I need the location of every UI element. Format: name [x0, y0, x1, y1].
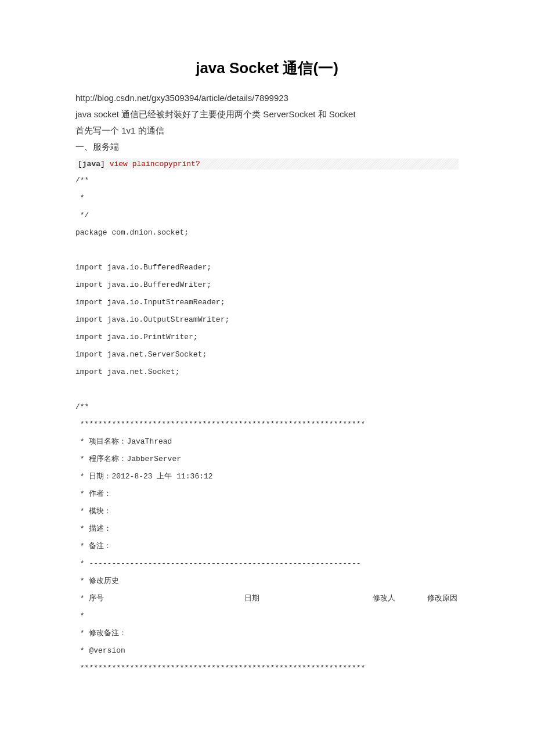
code-toolbar: [java] view plaincopyprint? [75, 159, 459, 170]
source-url: http://blog.csdn.net/gxy3509394/article/… [75, 90, 459, 106]
toolbar-bracket-open: [ [78, 160, 82, 168]
copy-link[interactable]: copy [155, 160, 173, 168]
help-link[interactable]: ? [196, 160, 200, 168]
article-title: java Socket 通信(一) [75, 58, 459, 78]
section-heading-server: 一、服务端 [75, 139, 459, 155]
toolbar-bracket-close: ] [100, 160, 110, 168]
intro-line-1: java socket 通信已经被封装好了主要使用两个类 ServerSocke… [75, 106, 459, 123]
code-block: /** * */ package com.dnion.socket; impor… [75, 172, 459, 677]
toolbar-lang-label: java [82, 160, 100, 168]
view-plain-link[interactable]: view plain [110, 160, 155, 168]
intro-line-2: 首先写一个 1v1 的通信 [75, 123, 459, 139]
print-link[interactable]: print [173, 160, 196, 168]
